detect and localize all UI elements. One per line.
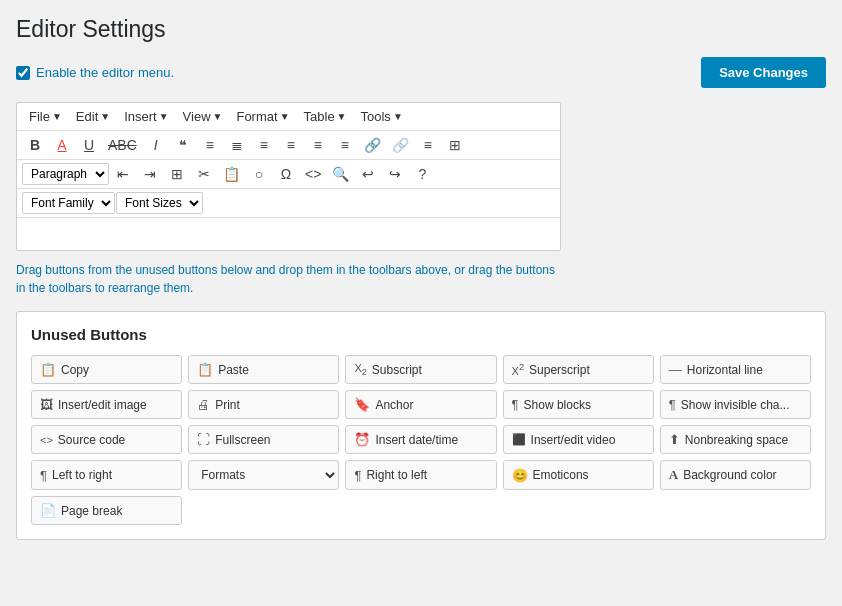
- ltr-button[interactable]: ¶ Left to right: [31, 460, 182, 490]
- cut-button[interactable]: ✂: [191, 163, 217, 185]
- blockquote-button[interactable]: ❝: [170, 134, 196, 156]
- anchor-label: Anchor: [375, 398, 413, 412]
- page-break-button[interactable]: 📄 Page break: [31, 496, 182, 525]
- top-bar: Enable the editor menu. Save Changes: [16, 57, 826, 88]
- indent-button[interactable]: ≡: [415, 134, 441, 156]
- menu-view[interactable]: View ▼: [177, 106, 229, 127]
- ltr-label: Left to right: [52, 468, 112, 482]
- omega-button[interactable]: Ω: [273, 163, 299, 185]
- enable-editor-text: Enable the editor menu.: [36, 65, 174, 80]
- indent-tb-button[interactable]: ⇥: [137, 163, 163, 185]
- insert-image-button[interactable]: 🖼 Insert/edit image: [31, 390, 182, 419]
- align-right-button[interactable]: ≡: [305, 134, 331, 156]
- copy-icon: 📋: [40, 362, 56, 377]
- paragraph-select[interactable]: Paragraph: [22, 163, 109, 185]
- insert-image-label: Insert/edit image: [58, 398, 147, 412]
- superscript-label: Superscript: [529, 363, 590, 377]
- unlink-button[interactable]: 🔗: [387, 134, 414, 156]
- nonbreaking-label: Nonbreaking space: [685, 433, 788, 447]
- print-label: Print: [215, 398, 240, 412]
- code-button[interactable]: <>: [300, 163, 326, 185]
- link-button[interactable]: 🔗: [359, 134, 386, 156]
- nonbreaking-button[interactable]: ⬆ Nonbreaking space: [660, 425, 811, 454]
- insert-video-icon: ⬛: [512, 433, 526, 446]
- hint-toolbars-link: toolbars above: [369, 263, 448, 277]
- copy-button[interactable]: 📋 Copy: [31, 355, 182, 384]
- strikethrough-button[interactable]: ABC: [103, 134, 142, 156]
- menu-table[interactable]: Table ▼: [298, 106, 353, 127]
- show-blocks-button[interactable]: ¶ Show blocks: [503, 390, 654, 419]
- toolbar-row-4: [17, 218, 560, 250]
- undo-button[interactable]: ↩: [355, 163, 381, 185]
- hint-after: them.: [160, 281, 193, 295]
- bg-color-icon: A: [669, 467, 678, 483]
- formats-select[interactable]: Formats: [189, 462, 338, 488]
- horizontal-line-button[interactable]: — Horizontal line: [660, 355, 811, 384]
- paste-button[interactable]: 📋 Paste: [188, 355, 339, 384]
- fullscreen-button[interactable]: ⛶ Fullscreen: [188, 425, 339, 454]
- menu-bar: File ▼ Edit ▼ Insert ▼ View ▼ Format ▼ T…: [17, 103, 560, 131]
- table-tb-button[interactable]: ⊞: [164, 163, 190, 185]
- subscript-label: Subscript: [372, 363, 422, 377]
- bg-color-label: Background color: [683, 468, 776, 482]
- underline-button[interactable]: U: [76, 134, 102, 156]
- bold-button[interactable]: B: [22, 134, 48, 156]
- font-sizes-select[interactable]: Font Sizes: [116, 192, 203, 214]
- font-family-select[interactable]: Font Family: [22, 192, 115, 214]
- superscript-button[interactable]: X2 Superscript: [503, 355, 654, 384]
- insert-datetime-button[interactable]: ⏰ Insert date/time: [345, 425, 496, 454]
- emoticons-button[interactable]: 😊 Emoticons: [503, 460, 654, 490]
- search-button[interactable]: 🔍: [327, 163, 354, 185]
- anchor-button[interactable]: 🔖 Anchor: [345, 390, 496, 419]
- hint-text: Drag buttons from the unused buttons bel…: [16, 261, 561, 297]
- enable-editor-label[interactable]: Enable the editor menu.: [16, 65, 174, 80]
- subscript-icon: X2: [354, 362, 366, 377]
- insert-image-icon: 🖼: [40, 397, 53, 412]
- font-color-button[interactable]: A: [49, 134, 75, 156]
- menu-tools[interactable]: Tools ▼: [355, 106, 409, 127]
- redo-button[interactable]: ↪: [382, 163, 408, 185]
- fullscreen-label: Fullscreen: [215, 433, 270, 447]
- menu-format[interactable]: Format ▼: [230, 106, 295, 127]
- show-invisible-button[interactable]: ¶ Show invisible cha...: [660, 390, 811, 419]
- menu-file[interactable]: File ▼: [23, 106, 68, 127]
- enable-editor-checkbox[interactable]: [16, 66, 30, 80]
- align-left-button[interactable]: ≡: [251, 134, 277, 156]
- bg-color-button[interactable]: A Background color: [660, 460, 811, 490]
- ol-button[interactable]: ≣: [224, 134, 250, 156]
- fullscreen-icon: ⛶: [197, 432, 210, 447]
- paste-icon: 📋: [197, 362, 213, 377]
- ul-button[interactable]: ≡: [197, 134, 223, 156]
- paste-tb-button[interactable]: 📋: [218, 163, 245, 185]
- align-justify-button[interactable]: ≡: [332, 134, 358, 156]
- rtl-button[interactable]: ¶ Right to left: [345, 460, 496, 490]
- insert-video-button[interactable]: ⬛ Insert/edit video: [503, 425, 654, 454]
- table-button[interactable]: ⊞: [442, 134, 468, 156]
- horizontal-line-icon: —: [669, 362, 682, 377]
- print-button[interactable]: 🖨 Print: [188, 390, 339, 419]
- menu-edit[interactable]: Edit ▼: [70, 106, 116, 127]
- circle-button[interactable]: ○: [246, 163, 272, 185]
- horizontal-line-label: Horizontal line: [687, 363, 763, 377]
- align-center-button[interactable]: ≡: [278, 134, 304, 156]
- nonbreaking-icon: ⬆: [669, 432, 680, 447]
- emoticons-label: Emoticons: [533, 468, 589, 482]
- help-button[interactable]: ?: [409, 163, 435, 185]
- unused-title: Unused Buttons: [31, 326, 811, 343]
- source-code-icon: <>: [40, 434, 53, 446]
- formats-select-wrap[interactable]: Formats: [188, 460, 339, 490]
- toolbar-row-2: Paragraph ⇤ ⇥ ⊞ ✂ 📋 ○ Ω <> 🔍 ↩ ↪ ?: [17, 160, 560, 189]
- show-blocks-icon: ¶: [512, 397, 519, 412]
- rtl-label: Right to left: [366, 468, 427, 482]
- source-code-button[interactable]: <> Source code: [31, 425, 182, 454]
- save-button[interactable]: Save Changes: [701, 57, 826, 88]
- italic-button[interactable]: I: [143, 134, 169, 156]
- ltr-icon: ¶: [40, 468, 47, 483]
- paste-label: Paste: [218, 363, 249, 377]
- source-code-label: Source code: [58, 433, 125, 447]
- outdent-tb-button[interactable]: ⇤: [110, 163, 136, 185]
- menu-insert[interactable]: Insert ▼: [118, 106, 174, 127]
- copy-label: Copy: [61, 363, 89, 377]
- hint-rearrange-link: rearrange: [108, 281, 160, 295]
- subscript-button[interactable]: X2 Subscript: [345, 355, 496, 384]
